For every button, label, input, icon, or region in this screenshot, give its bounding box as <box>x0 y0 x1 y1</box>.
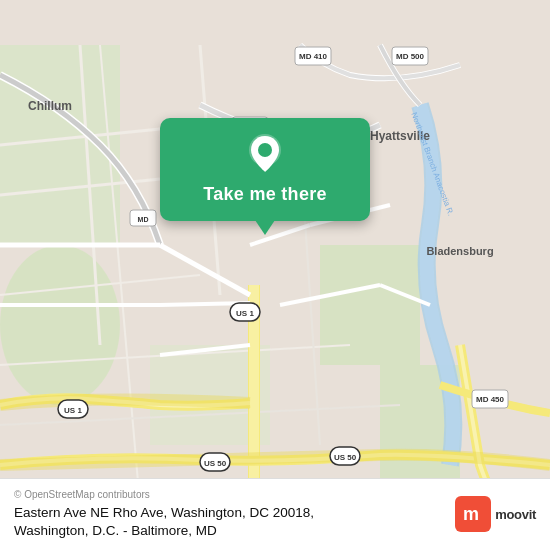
moovit-m-svg: m <box>461 502 485 526</box>
svg-text:MD 450: MD 450 <box>476 395 505 404</box>
svg-point-1 <box>0 245 120 405</box>
moovit-wordmark: moovit <box>495 507 536 522</box>
svg-text:Chillum: Chillum <box>28 99 72 113</box>
map-container: MD 410 MD 500 MD 500 MD US 1 US 1 US 50 … <box>0 0 550 550</box>
info-address: Eastern Ave NE Rho Ave, Washington, DC 2… <box>14 504 445 540</box>
svg-text:US 50: US 50 <box>204 459 227 468</box>
moovit-logo[interactable]: m moovit <box>455 496 536 532</box>
svg-text:m: m <box>463 504 479 524</box>
map-svg: MD 410 MD 500 MD 500 MD US 1 US 1 US 50 … <box>0 0 550 550</box>
svg-text:Bladensburg: Bladensburg <box>426 245 493 257</box>
svg-text:MD 410: MD 410 <box>299 52 328 61</box>
popup-card: Take me there <box>160 118 370 221</box>
svg-rect-2 <box>320 245 420 365</box>
svg-text:MD 500: MD 500 <box>396 52 425 61</box>
location-pin-icon <box>243 132 287 176</box>
moovit-m-icon: m <box>455 496 491 532</box>
svg-point-50 <box>258 143 272 157</box>
svg-line-16 <box>160 245 250 295</box>
map-background: MD 410 MD 500 MD 500 MD US 1 US 1 US 50 … <box>0 0 550 550</box>
map-attribution: © OpenStreetMap contributors <box>14 489 445 500</box>
svg-text:US 50: US 50 <box>334 453 357 462</box>
info-text-group: © OpenStreetMap contributors Eastern Ave… <box>14 489 445 540</box>
address-line1: Eastern Ave NE Rho Ave, Washington, DC 2… <box>14 505 314 520</box>
address-line2: Washington, D.C. - Baltimore, MD <box>14 523 217 538</box>
info-bar: © OpenStreetMap contributors Eastern Ave… <box>0 478 550 550</box>
svg-text:US 1: US 1 <box>236 309 254 318</box>
svg-text:MD: MD <box>138 216 149 223</box>
svg-text:US 1: US 1 <box>64 406 82 415</box>
take-me-there-button[interactable]: Take me there <box>203 184 327 205</box>
